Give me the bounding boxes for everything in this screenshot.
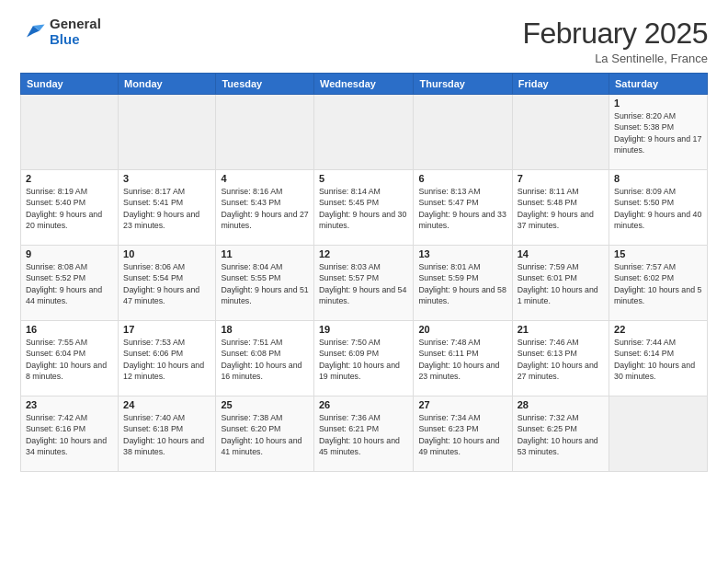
day-info: Sunrise: 8:20 AM Sunset: 5:38 PM Dayligh… [614, 110, 702, 155]
calendar: Sunday Monday Tuesday Wednesday Thursday… [20, 73, 708, 472]
table-row: 8Sunrise: 8:09 AM Sunset: 5:50 PM Daylig… [609, 170, 708, 246]
calendar-week-3: 16Sunrise: 7:55 AM Sunset: 6:04 PM Dayli… [21, 321, 708, 396]
table-row [609, 396, 708, 472]
table-row: 20Sunrise: 7:48 AM Sunset: 6:11 PM Dayli… [414, 321, 512, 396]
day-number: 16 [26, 324, 113, 335]
table-row: 19Sunrise: 7:50 AM Sunset: 6:09 PM Dayli… [313, 321, 414, 396]
table-row: 10Sunrise: 8:06 AM Sunset: 5:54 PM Dayli… [119, 246, 216, 321]
col-friday: Friday [512, 74, 609, 95]
logo-general: General [50, 17, 101, 32]
table-row: 22Sunrise: 7:44 AM Sunset: 6:14 PM Dayli… [609, 321, 708, 396]
day-info: Sunrise: 7:34 AM Sunset: 6:23 PM Dayligh… [418, 412, 506, 457]
table-row [313, 95, 414, 170]
day-info: Sunrise: 8:19 AM Sunset: 5:40 PM Dayligh… [26, 186, 113, 231]
day-info: Sunrise: 8:17 AM Sunset: 5:41 PM Dayligh… [123, 186, 210, 231]
location: La Sentinelle, France [522, 52, 708, 65]
day-number: 1 [614, 98, 702, 109]
day-number: 4 [221, 173, 309, 184]
day-info: Sunrise: 7:50 AM Sunset: 6:09 PM Dayligh… [319, 337, 409, 382]
table-row: 15Sunrise: 7:57 AM Sunset: 6:02 PM Dayli… [609, 246, 708, 321]
table-row: 23Sunrise: 7:42 AM Sunset: 6:16 PM Dayli… [21, 396, 119, 472]
day-number: 23 [26, 399, 113, 410]
table-row: 12Sunrise: 8:03 AM Sunset: 5:57 PM Dayli… [313, 246, 414, 321]
col-saturday: Saturday [609, 74, 708, 95]
day-number: 22 [614, 324, 702, 335]
day-info: Sunrise: 8:03 AM Sunset: 5:57 PM Dayligh… [319, 261, 409, 306]
table-row: 26Sunrise: 7:36 AM Sunset: 6:21 PM Dayli… [313, 396, 414, 472]
calendar-week-4: 23Sunrise: 7:42 AM Sunset: 6:16 PM Dayli… [21, 396, 708, 472]
table-row: 28Sunrise: 7:32 AM Sunset: 6:25 PM Dayli… [512, 396, 609, 472]
table-row: 11Sunrise: 8:04 AM Sunset: 5:55 PM Dayli… [216, 246, 314, 321]
table-row: 6Sunrise: 8:13 AM Sunset: 5:47 PM Daylig… [414, 170, 512, 246]
table-row: 1Sunrise: 8:20 AM Sunset: 5:38 PM Daylig… [609, 95, 708, 170]
day-number: 11 [221, 248, 309, 259]
month-title: February 2025 [522, 17, 708, 51]
day-number: 15 [614, 248, 702, 259]
table-row: 2Sunrise: 8:19 AM Sunset: 5:40 PM Daylig… [21, 170, 119, 246]
logo-text: General Blue [50, 17, 101, 47]
calendar-week-0: 1Sunrise: 8:20 AM Sunset: 5:38 PM Daylig… [21, 95, 708, 170]
day-number: 7 [518, 173, 604, 184]
table-row: 16Sunrise: 7:55 AM Sunset: 6:04 PM Dayli… [21, 321, 119, 396]
day-info: Sunrise: 8:09 AM Sunset: 5:50 PM Dayligh… [614, 186, 702, 231]
day-number: 26 [319, 399, 409, 410]
col-monday: Monday [119, 74, 216, 95]
day-number: 20 [418, 324, 506, 335]
day-number: 6 [418, 173, 506, 184]
day-info: Sunrise: 7:40 AM Sunset: 6:18 PM Dayligh… [123, 412, 210, 457]
table-row: 4Sunrise: 8:16 AM Sunset: 5:43 PM Daylig… [216, 170, 314, 246]
table-row [119, 95, 216, 170]
day-number: 14 [518, 248, 604, 259]
day-number: 25 [221, 399, 309, 410]
table-row: 5Sunrise: 8:14 AM Sunset: 5:45 PM Daylig… [313, 170, 414, 246]
day-info: Sunrise: 7:36 AM Sunset: 6:21 PM Dayligh… [319, 412, 409, 457]
table-row: 27Sunrise: 7:34 AM Sunset: 6:23 PM Dayli… [414, 396, 512, 472]
title-area: February 2025 La Sentinelle, France [522, 17, 708, 65]
day-number: 17 [123, 324, 210, 335]
col-sunday: Sunday [21, 74, 119, 95]
day-info: Sunrise: 7:48 AM Sunset: 6:11 PM Dayligh… [418, 337, 506, 382]
day-info: Sunrise: 7:59 AM Sunset: 6:01 PM Dayligh… [518, 261, 604, 306]
day-info: Sunrise: 7:38 AM Sunset: 6:20 PM Dayligh… [221, 412, 309, 457]
day-number: 2 [26, 173, 113, 184]
day-info: Sunrise: 8:08 AM Sunset: 5:52 PM Dayligh… [26, 261, 113, 306]
day-info: Sunrise: 7:53 AM Sunset: 6:06 PM Dayligh… [123, 337, 210, 382]
day-number: 27 [418, 399, 506, 410]
day-info: Sunrise: 7:51 AM Sunset: 6:08 PM Dayligh… [221, 337, 309, 382]
col-thursday: Thursday [414, 74, 512, 95]
day-number: 19 [319, 324, 409, 335]
day-number: 18 [221, 324, 309, 335]
day-info: Sunrise: 8:16 AM Sunset: 5:43 PM Dayligh… [221, 186, 309, 231]
table-row [21, 95, 119, 170]
day-info: Sunrise: 8:14 AM Sunset: 5:45 PM Dayligh… [319, 186, 409, 231]
table-row: 21Sunrise: 7:46 AM Sunset: 6:13 PM Dayli… [512, 321, 609, 396]
day-number: 24 [123, 399, 210, 410]
day-number: 8 [614, 173, 702, 184]
table-row [414, 95, 512, 170]
day-info: Sunrise: 8:11 AM Sunset: 5:48 PM Dayligh… [518, 186, 604, 231]
table-row: 24Sunrise: 7:40 AM Sunset: 6:18 PM Dayli… [119, 396, 216, 472]
table-row: 9Sunrise: 8:08 AM Sunset: 5:52 PM Daylig… [21, 246, 119, 321]
day-info: Sunrise: 7:42 AM Sunset: 6:16 PM Dayligh… [26, 412, 113, 457]
calendar-week-1: 2Sunrise: 8:19 AM Sunset: 5:40 PM Daylig… [21, 170, 708, 246]
table-row [512, 95, 609, 170]
table-row: 3Sunrise: 8:17 AM Sunset: 5:41 PM Daylig… [119, 170, 216, 246]
day-number: 5 [319, 173, 409, 184]
day-info: Sunrise: 7:46 AM Sunset: 6:13 PM Dayligh… [518, 337, 604, 382]
logo-bird-icon [20, 19, 46, 45]
table-row: 7Sunrise: 8:11 AM Sunset: 5:48 PM Daylig… [512, 170, 609, 246]
col-tuesday: Tuesday [216, 74, 314, 95]
calendar-header-row: Sunday Monday Tuesday Wednesday Thursday… [21, 74, 708, 95]
day-info: Sunrise: 7:57 AM Sunset: 6:02 PM Dayligh… [614, 261, 702, 306]
table-row: 14Sunrise: 7:59 AM Sunset: 6:01 PM Dayli… [512, 246, 609, 321]
table-row: 13Sunrise: 8:01 AM Sunset: 5:59 PM Dayli… [414, 246, 512, 321]
day-number: 9 [26, 248, 113, 259]
day-number: 13 [418, 248, 506, 259]
day-number: 28 [518, 399, 604, 410]
day-info: Sunrise: 7:44 AM Sunset: 6:14 PM Dayligh… [614, 337, 702, 382]
day-info: Sunrise: 8:06 AM Sunset: 5:54 PM Dayligh… [123, 261, 210, 306]
day-info: Sunrise: 8:13 AM Sunset: 5:47 PM Dayligh… [418, 186, 506, 231]
logo-blue: Blue [50, 32, 101, 48]
header: General Blue February 2025 La Sentinelle… [20, 17, 708, 65]
day-number: 10 [123, 248, 210, 259]
